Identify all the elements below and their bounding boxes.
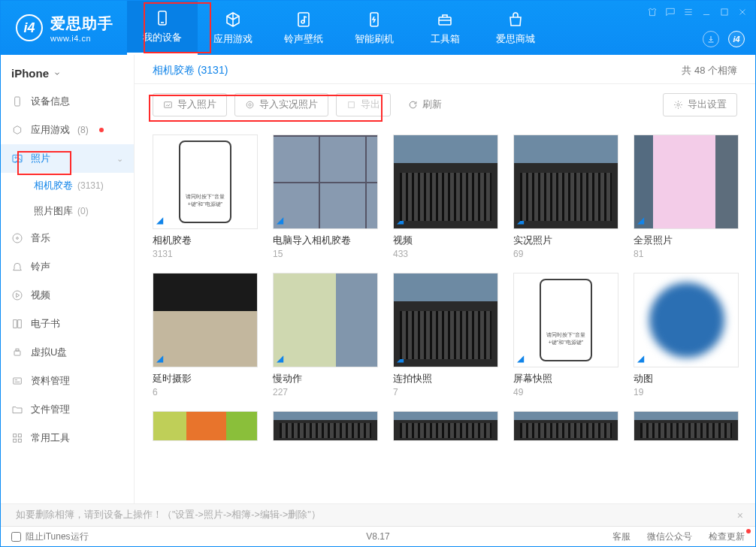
close-icon[interactable] <box>737 7 748 17</box>
flag-icon: ◢ <box>397 353 404 364</box>
status-bar: 阻止iTunes运行 V8.17 客服 微信公众号 检查更新 <box>1 526 755 546</box>
refresh-button[interactable]: 刷新 <box>398 94 452 116</box>
svg-rect-19 <box>165 102 172 108</box>
folder-icon <box>11 403 23 416</box>
import-photo-button[interactable]: 导入照片 <box>153 93 227 116</box>
sidebar-item-card[interactable]: 资料管理 <box>1 367 134 395</box>
svg-rect-1 <box>298 13 309 26</box>
album-item[interactable]: ◢视频433 <box>393 134 498 259</box>
album-item[interactable] <box>153 411 258 441</box>
user-account-icon[interactable]: i4 <box>728 31 745 47</box>
album-item[interactable]: ◢全景照片81 <box>634 134 739 259</box>
export-settings-button[interactable]: 导出设置 <box>663 93 737 116</box>
sidebar-item-music[interactable]: 音乐 <box>1 224 134 252</box>
album-thumbnail: ◢ <box>273 134 378 229</box>
sidebar-item-image[interactable]: 照片⌄ <box>1 144 134 173</box>
top-tab-shop[interactable]: 爱思商城 <box>480 1 551 55</box>
import-live-button[interactable]: 导入实况照片 <box>234 93 328 116</box>
chevron-down-icon <box>53 70 61 77</box>
shirt-icon[interactable] <box>647 7 658 17</box>
close-hint-icon[interactable]: × <box>737 509 743 521</box>
download-circle-icon[interactable] <box>703 31 719 47</box>
sidebar-sub-item[interactable]: 照片图库(0) <box>1 198 134 224</box>
sidebar-item-grid[interactable]: 常用工具 <box>1 424 134 452</box>
device-selector[interactable]: iPhone <box>1 59 134 87</box>
app-subtitle: www.i4.cn <box>50 34 113 43</box>
top-tabs: 我的设备应用游戏铃声壁纸智能刷机工具箱爱思商城 <box>127 1 551 55</box>
export-button[interactable]: 导出 <box>336 93 391 116</box>
block-itunes-checkbox[interactable] <box>11 532 21 542</box>
sidebar-sub-item[interactable]: 相机胶卷(3131) <box>1 173 134 198</box>
album-item[interactable]: ◢慢动作227 <box>273 273 378 397</box>
top-tab-music-file[interactable]: 铃声壁纸 <box>268 1 339 55</box>
album-item[interactable] <box>634 411 739 441</box>
card-icon <box>11 375 23 387</box>
svg-rect-4 <box>439 17 451 25</box>
menu-icon[interactable] <box>683 7 694 17</box>
device-name: iPhone <box>11 67 49 80</box>
album-thumbnail <box>153 411 258 441</box>
svg-rect-22 <box>349 102 355 108</box>
chevron-down-icon: ⌄ <box>116 154 123 164</box>
flag-icon: ◢ <box>397 215 404 225</box>
album-count: 19 <box>634 387 739 397</box>
album-thumbnail: ◢ <box>393 273 498 367</box>
export-icon <box>346 100 356 110</box>
hint-text: 如要删除相簿，请到设备上操作！（"设置->照片->相簿->编辑->删除"） <box>16 509 321 521</box>
sidebar-item-cube[interactable]: 应用游戏(8) <box>1 116 134 144</box>
top-tab-toolbox[interactable]: 工具箱 <box>410 1 480 55</box>
album-item[interactable]: ◢连拍快照7 <box>393 273 498 397</box>
top-tab-cube[interactable]: 应用游戏 <box>198 1 268 55</box>
svg-rect-12 <box>14 351 20 355</box>
app-header: i4 爱思助手 www.i4.cn 我的设备应用游戏铃声壁纸智能刷机工具箱爱思商… <box>1 1 755 55</box>
album-item[interactable]: ◢延时摄影6 <box>153 273 258 397</box>
top-tab-phone-flash[interactable]: 智能刷机 <box>339 1 410 55</box>
content-header: 相机胶卷 (3131) 共 48 个相簿 <box>135 55 755 84</box>
sidebar-item-book[interactable]: 电子书 <box>1 310 134 338</box>
album-name: 视频 <box>393 234 498 247</box>
svg-point-21 <box>246 101 253 108</box>
toolbar: 导入照片 导入实况照片 导出 刷新 导出设置 <box>135 84 755 122</box>
album-thumbnail: ◢ <box>513 134 618 229</box>
sidebar-item-play[interactable]: 视频 <box>1 281 134 310</box>
check-update-link[interactable]: 检查更新 <box>709 530 745 543</box>
album-grid: 请同时按下"音量+键"和"电源键"◢相机胶卷3131◢电脑导入相机胶卷15◢视频… <box>135 122 755 441</box>
feedback-icon[interactable] <box>665 7 676 17</box>
flag-icon: ◢ <box>637 215 644 225</box>
wechat-link[interactable]: 微信公众号 <box>647 530 692 543</box>
album-name: 屏幕快照 <box>513 372 618 385</box>
sidebar-item-bell[interactable]: 铃声 <box>1 252 134 281</box>
minimize-icon[interactable] <box>701 7 712 17</box>
album-thumbnail: ◢ <box>273 273 378 367</box>
top-tab-device[interactable]: 我的设备 <box>127 1 198 55</box>
album-name: 动图 <box>634 372 739 385</box>
album-item[interactable]: 请同时按下"音量+键"和"电源键"◢相机胶卷3131 <box>153 134 258 259</box>
cube-icon <box>224 11 242 29</box>
refresh-icon <box>408 100 418 110</box>
sidebar-item-usb[interactable]: 虚拟U盘 <box>1 338 134 367</box>
album-item[interactable] <box>273 411 378 441</box>
album-item[interactable]: ◢动图19 <box>634 273 739 397</box>
album-item[interactable]: 请同时按下"音量+键"和"电源键"◢屏幕快照49 <box>513 273 618 397</box>
album-thumbnail <box>634 411 739 441</box>
album-count: 227 <box>273 387 378 397</box>
sidebar-item-folder[interactable]: 文件管理 <box>1 395 134 424</box>
sidebar-item-phone[interactable]: 设备信息 <box>1 87 134 116</box>
album-item[interactable] <box>393 411 498 441</box>
toolbox-icon <box>436 11 454 29</box>
album-item[interactable] <box>513 411 618 441</box>
support-link[interactable]: 客服 <box>612 530 631 543</box>
album-item[interactable]: ◢实况照片69 <box>513 134 618 259</box>
notification-dot-icon <box>99 128 104 132</box>
flag-icon: ◢ <box>517 215 524 225</box>
album-item[interactable]: ◢电脑导入相机胶卷15 <box>273 134 378 259</box>
svg-rect-13 <box>16 349 19 351</box>
device-icon <box>153 9 171 27</box>
bell-icon <box>11 261 23 273</box>
album-thumbnail: 请同时按下"音量+键"和"电源键"◢ <box>513 273 618 367</box>
usb-icon <box>11 346 23 358</box>
svg-rect-6 <box>15 97 20 106</box>
maximize-icon[interactable] <box>719 7 730 17</box>
svg-rect-14 <box>14 378 22 384</box>
svg-point-23 <box>677 104 679 106</box>
